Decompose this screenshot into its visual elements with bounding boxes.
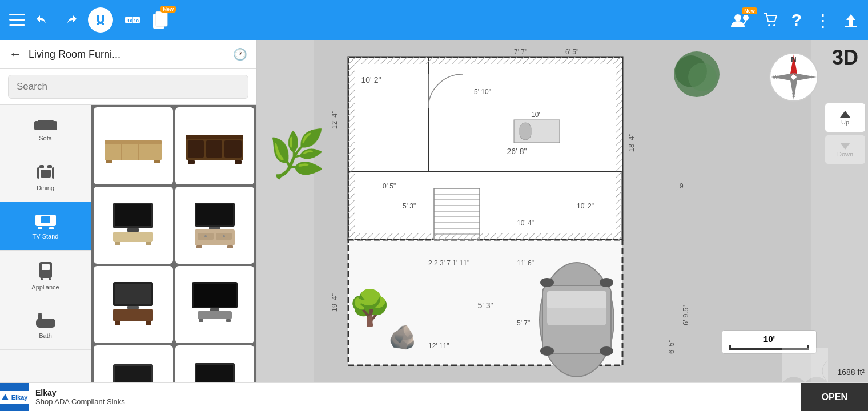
ad-text: Elkay Shop ADA Compliant Sinks: [29, 388, 801, 406]
furniture-item-1[interactable]: [94, 107, 173, 184]
down-button[interactable]: Down: [825, 135, 866, 164]
category-sofa[interactable]: Sofa: [0, 105, 91, 152]
svg-rect-77: [226, 319, 231, 322]
svg-rect-68: [127, 306, 139, 309]
svg-rect-0: [9, 14, 25, 15]
users-new-button[interactable]: New: [731, 12, 750, 28]
svg-text:5' 7": 5' 7": [517, 319, 530, 327]
svg-rect-9: [156, 11, 167, 26]
svg-marker-159: [840, 143, 850, 150]
svg-rect-23: [47, 165, 52, 168]
more-button[interactable]: ⋮: [814, 10, 830, 30]
new-badge-label: New: [160, 6, 176, 13]
furniture-item-5[interactable]: [94, 266, 173, 343]
svg-rect-48: [188, 160, 195, 164]
svg-text:0' 5": 0' 5": [383, 182, 396, 190]
category-appliance[interactable]: Appliance: [0, 251, 91, 301]
svg-rect-75: [198, 311, 232, 319]
svg-text:10' 2": 10' 2": [361, 75, 381, 84]
svg-point-11: [743, 15, 749, 21]
svg-rect-142: [616, 57, 622, 240]
svg-point-13: [773, 24, 775, 26]
category-dining[interactable]: Dining: [0, 152, 91, 202]
categories-panel: Sofa Dining: [0, 105, 91, 382]
furniture-item-7[interactable]: [94, 345, 173, 382]
history-button[interactable]: 🕐: [233, 47, 247, 61]
users-new-badge: New: [742, 7, 757, 14]
category-bath[interactable]: Bath: [0, 301, 91, 350]
svg-rect-29: [42, 264, 50, 270]
compass[interactable]: N S E W: [768, 51, 819, 103]
svg-rect-33: [49, 278, 51, 280]
svg-text:10' 4": 10' 4": [517, 219, 534, 227]
svg-rect-145: [520, 123, 531, 140]
svg-rect-53: [113, 232, 153, 242]
menu-icon[interactable]: [9, 14, 25, 26]
svg-rect-85: [196, 365, 233, 383]
category-sofa-label: Sofa: [39, 135, 52, 142]
category-tvstand[interactable]: TV Stand: [0, 202, 91, 251]
up-button[interactable]: Up: [825, 103, 866, 132]
svg-rect-107: [547, 291, 606, 308]
furniture-item-2[interactable]: [175, 107, 255, 184]
svg-text:6' 5": 6' 5": [565, 48, 578, 56]
furniture-item-4[interactable]: [175, 187, 255, 264]
undo-button[interactable]: [35, 12, 51, 28]
svg-text:E: E: [810, 74, 814, 80]
svg-rect-69: [113, 309, 153, 321]
svg-rect-54: [115, 242, 120, 245]
3d-button[interactable]: 3D: [822, 46, 868, 70]
svg-text:10: 10: [127, 18, 132, 23]
svg-point-62: [204, 235, 207, 237]
category-bath-label: Bath: [39, 332, 52, 339]
area-label: 1688 ft²: [838, 368, 865, 377]
panel-title: Living Room Furni...: [29, 49, 226, 61]
ad-banner: Elkay Elkay Shop ADA Compliant Sinks OPE…: [0, 382, 868, 411]
svg-rect-55: [146, 242, 151, 245]
svg-rect-143: [348, 233, 622, 240]
svg-text:W: W: [773, 74, 779, 80]
search-input[interactable]: [8, 75, 248, 99]
copy-new-button[interactable]: New: [152, 10, 169, 30]
help-button[interactable]: ?: [791, 10, 802, 30]
svg-text:12' 4": 12' 4": [330, 110, 339, 129]
svg-rect-20: [37, 167, 39, 179]
svg-text:19' 4": 19' 4": [330, 293, 339, 312]
svg-rect-42: [154, 160, 160, 163]
svg-rect-74: [210, 308, 219, 311]
floor-plan: 10' 2" 26' 8" 12' 4" 18' 4" 5' 3" 10' 7"…: [257, 40, 868, 382]
back-button[interactable]: ←: [9, 47, 22, 62]
svg-rect-38: [105, 140, 162, 144]
furniture-item-3[interactable]: [94, 187, 173, 264]
svg-text:10: 10: [134, 18, 139, 23]
ad-open-button[interactable]: OPEN: [801, 383, 868, 412]
cart-button[interactable]: [763, 12, 779, 28]
svg-point-63: [223, 235, 225, 237]
furniture-item-6[interactable]: [175, 266, 255, 343]
redo-button[interactable]: [62, 12, 78, 28]
svg-text:5' 3": 5' 3": [477, 301, 493, 310]
svg-rect-18: [38, 120, 54, 124]
furniture-grid: [91, 105, 256, 382]
svg-point-108: [540, 278, 554, 287]
svg-text:10' 2": 10' 2": [577, 202, 594, 210]
svg-text:2 2 3' 7 1' 11": 2 2 3' 7 1' 11": [428, 259, 469, 267]
svg-text:5' 3": 5' 3": [403, 202, 416, 210]
ad-description: Shop ADA Compliant Sinks: [35, 397, 794, 406]
svg-rect-41: [106, 160, 112, 163]
upload-button[interactable]: [843, 12, 859, 28]
svg-rect-27: [41, 216, 50, 223]
down-label: Down: [837, 151, 853, 158]
content-area: Sofa Dining: [0, 105, 256, 382]
ad-logo: Elkay: [0, 383, 29, 412]
svg-text:11' 6": 11' 6": [517, 259, 534, 267]
magnet-button[interactable]: [88, 7, 113, 33]
svg-text:26' 8": 26' 8": [507, 147, 527, 156]
svg-rect-57: [196, 204, 233, 225]
svg-rect-76: [199, 319, 203, 322]
svg-rect-140: [348, 57, 355, 240]
furniture-item-8[interactable]: [175, 345, 255, 382]
svg-rect-64: [196, 245, 202, 248]
measure-button[interactable]: 10 10: [123, 11, 142, 29]
svg-text:6' 5": 6' 5": [667, 339, 676, 354]
